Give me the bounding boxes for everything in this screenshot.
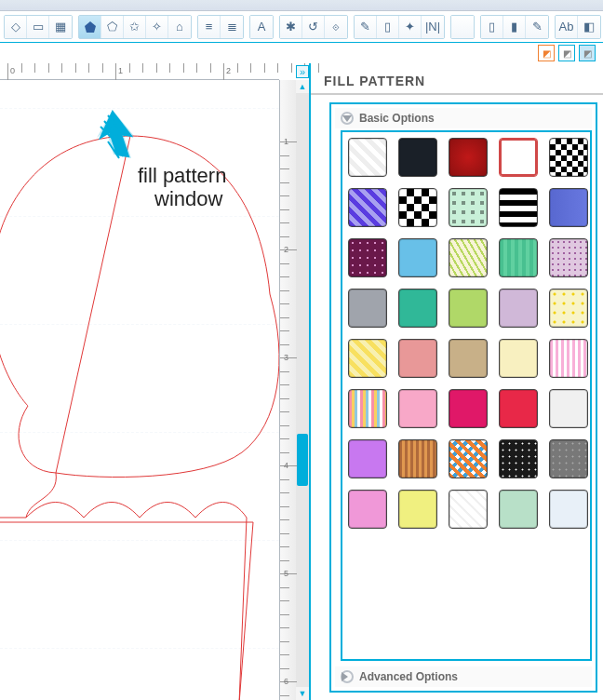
pattern-swatch[interactable]: [398, 138, 437, 177]
svg-marker-0: [85, 21, 96, 33]
pattern-swatch[interactable]: [499, 389, 538, 428]
pattern-swatch[interactable]: [348, 339, 387, 378]
panel-frame: Basic Options Advanced Options: [329, 102, 597, 693]
pattern-swatch[interactable]: [348, 138, 387, 177]
pattern-swatch[interactable]: [398, 490, 437, 529]
grid-icon[interactable]: ▦: [49, 16, 72, 38]
brackets-icon[interactable]: |N|: [422, 16, 444, 38]
pattern-swatch[interactable]: [549, 490, 588, 529]
page-fold-icon[interactable]: ◧: [578, 16, 600, 38]
pattern-swatch[interactable]: [449, 138, 488, 177]
scroll-up-icon[interactable]: ▲: [296, 80, 309, 93]
advanced-options-header[interactable]: Advanced Options: [335, 666, 592, 687]
ab-icon[interactable]: Ab: [556, 16, 578, 38]
pattern-swatch[interactable]: [549, 238, 588, 277]
mini-sel[interactable]: ◩: [579, 45, 596, 61]
wrench-icon[interactable]: ✎: [355, 16, 377, 38]
sparkle-icon[interactable]: ✦: [399, 16, 422, 38]
cupcake-shape[interactable]: [0, 127, 279, 700]
undo-icon[interactable]: ↺: [302, 16, 325, 38]
pattern-swatch[interactable]: [499, 138, 538, 177]
swatch-grid: [348, 138, 588, 529]
pattern-swatch[interactable]: [398, 188, 437, 227]
pattern-swatch[interactable]: [348, 490, 387, 529]
expand-icon: [341, 670, 354, 683]
pattern-swatch[interactable]: [549, 138, 588, 177]
vertical-scrollbar[interactable]: » ▲ ▼: [296, 80, 309, 700]
basic-options-header[interactable]: Basic Options: [335, 108, 592, 128]
panel-tab-row: ◩◩◩: [0, 43, 603, 63]
mini-orange[interactable]: ◩: [538, 45, 555, 61]
scrollbar-thumb[interactable]: [297, 434, 308, 486]
scrollbar-expand-icon[interactable]: »: [296, 65, 309, 78]
pattern-swatch[interactable]: [449, 490, 488, 529]
fill-pattern-icon[interactable]: [79, 16, 101, 38]
eraser-icon[interactable]: ◇: [5, 16, 27, 38]
pattern-swatch[interactable]: [549, 339, 588, 378]
phone-icon[interactable]: ▯: [481, 16, 503, 38]
pattern-swatch[interactable]: [549, 389, 588, 428]
pattern-swatch[interactable]: [398, 439, 437, 478]
pattern-swatch[interactable]: [449, 439, 488, 478]
pattern-swatch[interactable]: [398, 289, 437, 328]
lines-icon[interactable]: ≡: [198, 16, 221, 38]
pattern-swatch[interactable]: [499, 238, 538, 277]
crop-icon[interactable]: ⟐: [325, 16, 347, 38]
panel-body: Basic Options Advanced Options: [311, 95, 603, 700]
pattern-swatch[interactable]: [449, 389, 488, 428]
basic-options-label: Basic Options: [359, 112, 435, 125]
rect-icon[interactable]: ▭: [27, 16, 49, 38]
pattern-swatch[interactable]: [449, 289, 488, 328]
shape-arrow-icon[interactable]: ✧: [146, 16, 168, 38]
pattern-swatch[interactable]: [348, 238, 387, 277]
scroll-down-icon[interactable]: ▼: [296, 687, 309, 700]
pen-icon[interactable]: ✎: [526, 16, 548, 38]
star-outline-icon[interactable]: ✩: [124, 16, 146, 38]
text-icon[interactable]: A: [250, 16, 273, 38]
phone-alt-icon[interactable]: ▮: [503, 16, 526, 38]
fill-pattern-panel: FILL PATTERN Basic Options Advanced Opti…: [309, 63, 603, 700]
pattern-swatch[interactable]: [398, 389, 437, 428]
pattern-swatch[interactable]: [499, 188, 538, 227]
canvas[interactable]: [0, 80, 279, 700]
ruler-horizontal: 012: [0, 63, 279, 80]
pattern-swatch[interactable]: [449, 339, 488, 378]
panel-title: FILL PATTERN: [324, 74, 425, 88]
main-split: 012 » ▲ ▼ 123456 fill pattern window: [0, 63, 603, 700]
pattern-swatch[interactable]: [549, 188, 588, 227]
pattern-swatch[interactable]: [398, 238, 437, 277]
expand-icon: [341, 112, 354, 125]
pattern-swatch[interactable]: [348, 289, 387, 328]
toolbar: ◇▭▦⬠✩✧⌂≡≣A✱↺⟐✎▯✦|N|▯▮✎Ab◧: [0, 11, 603, 43]
pattern-swatch[interactable]: [449, 188, 488, 227]
swatch-scroll[interactable]: [341, 130, 592, 661]
pattern-swatch[interactable]: [549, 289, 588, 328]
doc-icon[interactable]: ▯: [377, 16, 399, 38]
pattern-swatch[interactable]: [499, 490, 538, 529]
pattern-swatch[interactable]: [449, 238, 488, 277]
pattern-swatch[interactable]: [348, 389, 387, 428]
pentagon-outline-icon[interactable]: ⬠: [101, 16, 124, 38]
spacer[interactable]: [451, 16, 474, 38]
pattern-swatch[interactable]: [499, 339, 538, 378]
mini-grey[interactable]: ◩: [558, 45, 575, 61]
home-icon[interactable]: ⌂: [168, 16, 191, 38]
canvas-area: 012 » ▲ ▼ 123456 fill pattern window: [0, 63, 309, 700]
pattern-swatch[interactable]: [499, 439, 538, 478]
lines-bold-icon[interactable]: ≣: [221, 16, 243, 38]
pattern-swatch[interactable]: [348, 188, 387, 227]
pattern-swatch[interactable]: [549, 439, 588, 478]
pattern-swatch[interactable]: [348, 439, 387, 478]
advanced-options-label: Advanced Options: [359, 670, 458, 683]
pattern-swatch[interactable]: [398, 339, 437, 378]
ruler-vertical: 123456: [279, 80, 296, 700]
menu-bar-stub: [0, 0, 603, 11]
snowflake-icon[interactable]: ✱: [280, 16, 302, 38]
panel-header: FILL PATTERN: [311, 63, 603, 95]
pattern-swatch[interactable]: [499, 289, 538, 328]
